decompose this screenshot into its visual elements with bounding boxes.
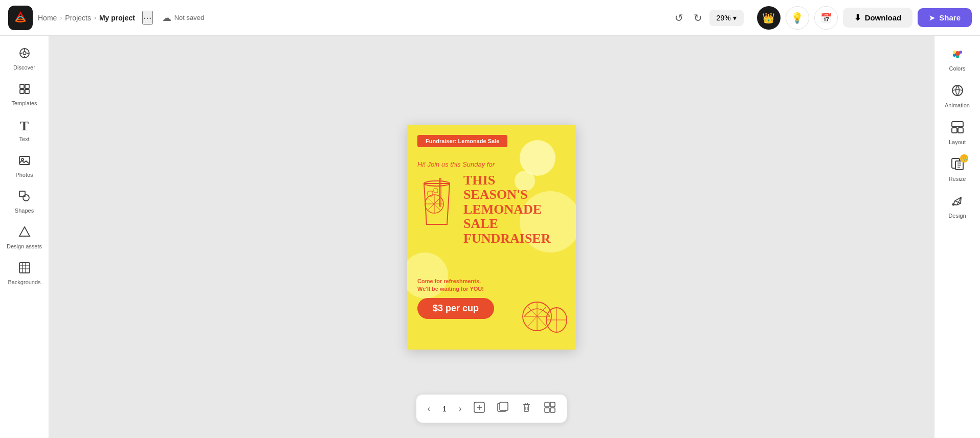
- crown-icon: 👑: [762, 12, 775, 24]
- poster-main-heading: THIS SEASON'S LEMONADE SALE FUNDRAISER: [463, 173, 571, 246]
- svg-point-54: [953, 51, 956, 54]
- templates-label: Templates: [11, 100, 37, 106]
- poster-glass-illustration: [416, 176, 457, 232]
- redo-button[interactable]: ↻: [691, 9, 705, 27]
- svg-point-1: [16, 19, 25, 21]
- sidebar-item-backgrounds[interactable]: Backgrounds: [4, 257, 45, 290]
- lightbulb-icon: 💡: [791, 12, 804, 24]
- svg-point-67: [952, 203, 954, 206]
- right-sidebar-item-animation[interactable]: Animation: [938, 79, 977, 113]
- svg-rect-49: [545, 402, 549, 407]
- discover-label: Discover: [13, 64, 35, 71]
- svg-rect-9: [25, 84, 29, 88]
- poster-tagline: Come for refreshments. We'll be waiting …: [417, 278, 515, 293]
- poster[interactable]: Fundraiser: Lemonade Sale Hi! Join us th…: [407, 125, 576, 350]
- right-sidebar-item-layout[interactable]: Layout: [938, 116, 977, 150]
- poster-orange-illustration: [522, 298, 568, 334]
- share-button[interactable]: ➤ Share: [918, 8, 972, 27]
- backgrounds-label: Backgrounds: [8, 279, 40, 285]
- share-label: Share: [939, 13, 961, 22]
- sidebar-item-shapes[interactable]: Shapes: [4, 185, 45, 219]
- topbar-right-actions: 👑 💡 📅 ⬇ Download ➤ Share: [757, 6, 972, 30]
- download-button[interactable]: ⬇ Download: [843, 8, 913, 28]
- crown-button[interactable]: 👑: [757, 6, 781, 30]
- right-sidebar-item-resize[interactable]: 👑 Resize: [938, 152, 977, 187]
- save-status: ☁ Not saved: [162, 12, 205, 24]
- prev-page-button[interactable]: ‹: [425, 402, 433, 416]
- design-icon: [951, 194, 964, 211]
- more-options-button[interactable]: ···: [142, 11, 153, 25]
- poster-price: $3 per cup: [417, 298, 494, 319]
- shapes-icon: [18, 190, 31, 205]
- colors-label: Colors: [949, 65, 966, 72]
- svg-rect-8: [20, 84, 24, 88]
- svg-rect-30: [434, 189, 438, 193]
- svg-rect-23: [439, 178, 441, 206]
- zoom-controls: ↺ ↻ 29% ▾: [672, 9, 744, 27]
- svg-rect-10: [20, 89, 24, 94]
- sidebar-item-design-assets[interactable]: Design assets: [4, 221, 45, 255]
- photos-label: Photos: [15, 172, 33, 178]
- layout-icon: [951, 121, 964, 137]
- design-assets-label: Design assets: [7, 243, 42, 249]
- svg-point-14: [23, 195, 29, 201]
- right-sidebar-item-design[interactable]: Design: [938, 189, 977, 224]
- deco-circle-1: [520, 140, 555, 176]
- sidebar-item-templates[interactable]: Templates: [4, 78, 45, 111]
- heading-line1: THIS: [463, 173, 495, 188]
- sidebar-item-photos[interactable]: Photos: [4, 149, 45, 183]
- svg-rect-44: [524, 405, 528, 411]
- templates-icon: [18, 83, 31, 98]
- grid-view-button[interactable]: [541, 400, 559, 418]
- lightbulb-button[interactable]: 💡: [786, 6, 809, 30]
- tagline-line2: We'll be waiting for YOU!: [417, 286, 484, 292]
- svg-line-48: [527, 403, 528, 405]
- duplicate-page-button[interactable]: [494, 400, 511, 418]
- download-icon: ⬇: [854, 13, 861, 22]
- zoom-arrow-icon: ▾: [733, 14, 737, 22]
- page-number: 1: [439, 405, 450, 413]
- add-page-button[interactable]: [471, 400, 488, 418]
- breadcrumb-sep1: ›: [60, 14, 62, 21]
- shapes-label: Shapes: [15, 208, 34, 214]
- next-page-button[interactable]: ›: [456, 402, 464, 416]
- svg-rect-60: [952, 128, 957, 133]
- colors-icon: [951, 47, 964, 63]
- breadcrumb-projects[interactable]: Projects: [65, 14, 91, 22]
- animation-icon: [951, 84, 964, 100]
- left-sidebar: Discover Templates T Text: [0, 36, 49, 438]
- breadcrumb-home[interactable]: Home: [38, 14, 57, 22]
- layout-label: Layout: [949, 139, 966, 145]
- main-layout: Discover Templates T Text: [0, 36, 980, 438]
- resize-icon: 👑: [951, 157, 964, 174]
- svg-marker-16: [19, 227, 30, 236]
- svg-rect-11: [25, 89, 29, 94]
- svg-point-55: [959, 51, 962, 54]
- sidebar-item-discover[interactable]: Discover: [4, 42, 45, 76]
- svg-point-56: [956, 55, 959, 58]
- canvas-area[interactable]: Fundraiser: Lemonade Sale Hi! Join us th…: [49, 36, 934, 438]
- design-label: Design: [948, 213, 966, 219]
- share-icon: ➤: [929, 14, 935, 22]
- right-sidebar: Colors Animation Layout: [934, 36, 980, 438]
- breadcrumb: Home › Projects › My project: [38, 14, 135, 22]
- heading-line2: SEASON'S: [463, 187, 528, 202]
- calendar-button[interactable]: 📅: [814, 6, 838, 30]
- app-logo[interactable]: [8, 6, 33, 30]
- poster-badge: Fundraiser: Lemonade Sale: [417, 135, 507, 147]
- svg-rect-43: [500, 402, 508, 410]
- zoom-dropdown[interactable]: 29% ▾: [709, 10, 744, 26]
- poster-wrapper[interactable]: Fundraiser: Lemonade Sale Hi! Join us th…: [407, 125, 576, 350]
- heading-line3: LEMONADE: [463, 202, 542, 217]
- right-sidebar-item-colors[interactable]: Colors: [938, 42, 977, 77]
- photos-icon: [18, 154, 31, 170]
- sidebar-item-text[interactable]: T Text: [4, 113, 45, 147]
- undo-button[interactable]: ↺: [672, 9, 686, 27]
- download-label: Download: [865, 13, 902, 22]
- delete-page-button[interactable]: [518, 400, 535, 418]
- animation-label: Animation: [945, 102, 970, 108]
- heading-line4: SALE: [463, 216, 498, 231]
- svg-rect-61: [958, 128, 963, 133]
- heading-line5: FUNDRAISER: [463, 231, 550, 246]
- resize-label: Resize: [949, 176, 966, 182]
